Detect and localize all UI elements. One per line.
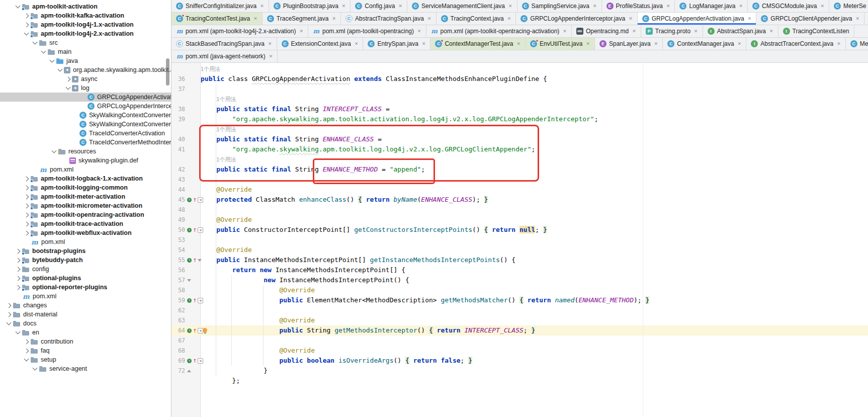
chevron-down-icon[interactable] [66, 85, 71, 90]
chevron-right-icon[interactable] [16, 258, 21, 263]
code-line[interactable]: 68 @Override [171, 346, 868, 356]
code-line[interactable]: 58 @Override [171, 285, 868, 295]
tab-close-icon[interactable]: ✕ [269, 54, 273, 59]
tree-item[interactable]: changes [0, 301, 171, 310]
chevron-right-icon[interactable] [24, 339, 29, 344]
editor-tab[interactable]: CCMSGCModule.java✕ [748, 0, 829, 12]
override-method-icon[interactable]: ↑ [187, 198, 192, 202]
editor-tab[interactable]: CGRPCLogClientAppender.java✕ [756, 13, 864, 25]
chevron-right-icon[interactable] [7, 303, 12, 308]
chevron-right-icon[interactable] [24, 194, 29, 199]
tab-close-icon[interactable]: ✕ [820, 4, 824, 9]
inlay-line[interactable]: 1个用法 [171, 64, 868, 74]
tab-close-icon[interactable]: ✕ [632, 29, 636, 34]
tab-close-icon[interactable]: ✕ [739, 4, 743, 9]
editor-tab[interactable]: CConfig.java✕ [351, 0, 407, 12]
tab-close-icon[interactable]: ✕ [748, 16, 752, 21]
editor-tab[interactable]: mpom.xml (apm-toolkit-opentracing)✕ [308, 25, 426, 37]
editor-tab[interactable]: CAbstractTracingSpan.java✕ [341, 13, 437, 25]
code-line[interactable]: 55↑↑ public InstanceMethodsInterceptPoin… [171, 255, 868, 265]
editor-tab[interactable]: mpom.xml (apm-toolkit-log4j-2.x-activati… [171, 25, 308, 37]
tab-close-icon[interactable]: ✕ [837, 41, 841, 46]
tab-close-icon[interactable]: ✕ [654, 41, 658, 46]
code-line[interactable]: 56 return new InstanceMethodsInterceptPo… [171, 265, 868, 275]
editor-tab[interactable]: MDOpentracing.md✕ [572, 25, 641, 37]
tree-item[interactable]: setup [0, 355, 171, 364]
code-line[interactable]: 39 "org.apache.skywalking.apm.toolkit.ac… [171, 114, 868, 124]
tree-item[interactable]: dist-material [0, 310, 171, 319]
chevron-right-icon[interactable] [16, 285, 21, 290]
override-method-icon[interactable]: ↑ [187, 258, 192, 263]
usage-count-inlay[interactable]: 1个用法 [216, 96, 236, 102]
tree-item[interactable]: CGRPCLogAppenderActivation [0, 93, 171, 102]
code-line[interactable]: 37 [171, 84, 868, 94]
tab-close-icon[interactable]: ✕ [427, 16, 431, 21]
tree-item[interactable]: bytebuddy-patch [0, 256, 171, 265]
editor-tab[interactable]: CEntrySpan.java✕ [363, 38, 430, 50]
tree-item[interactable]: en [0, 328, 171, 337]
code-line[interactable]: 54 @Override [171, 245, 868, 255]
tab-close-icon[interactable]: ✕ [563, 29, 567, 34]
chevron-right-icon[interactable] [24, 13, 29, 18]
tree-item[interactable]: CGRPCLogAppenderInterceptor [0, 102, 171, 111]
code-line[interactable]: 38 public static final String INTERCEPT_… [171, 104, 868, 114]
tree-item[interactable]: service-agent [0, 364, 171, 373]
tree-item[interactable]: apm-toolkit-logging-common [0, 183, 171, 192]
code-line[interactable]: 36public class GRPCLogAppenderActivation… [171, 74, 868, 84]
chevron-down-icon[interactable] [33, 40, 38, 45]
chevron-right-icon[interactable] [16, 276, 21, 281]
code-line[interactable]: 62 [171, 305, 868, 315]
tree-item[interactable]: apm-toolkit-activation [0, 2, 171, 11]
tree-item[interactable]: java [0, 56, 171, 65]
tab-close-icon[interactable]: ✕ [769, 29, 773, 34]
tree-item[interactable]: CTraceIdConverterMethodIntercep [0, 138, 171, 147]
code-line[interactable]: 50↑↑+ public ConstructorInterceptPoint[]… [171, 225, 868, 235]
tree-item[interactable]: apm-toolkit-webflux-activation [0, 228, 171, 237]
code-line[interactable]: 45↑↑+ protected ClassMatch enhanceClass(… [171, 195, 868, 205]
editor-tab[interactable]: ESpanLayer.java✕ [595, 38, 663, 50]
chevron-right-icon[interactable] [66, 76, 71, 81]
chevron-right-icon[interactable] [24, 348, 29, 353]
chevron-down-icon[interactable] [52, 148, 57, 153]
tree-item[interactable]: apm-toolkit-trace-activation [0, 219, 171, 228]
editor-tab[interactable]: PTracing.proto✕ [641, 25, 703, 37]
tab-close-icon[interactable]: ✕ [268, 41, 272, 46]
tab-close-icon[interactable]: ✕ [342, 4, 346, 9]
tab-close-icon[interactable]: ✕ [629, 16, 633, 21]
tab-close-icon[interactable]: ✕ [260, 4, 264, 9]
tab-close-icon[interactable]: ✕ [355, 41, 359, 46]
chevron-right-icon[interactable] [7, 312, 12, 317]
chevron-right-icon[interactable] [24, 185, 29, 190]
chevron-down-icon[interactable] [50, 58, 55, 63]
tab-close-icon[interactable]: ✕ [417, 29, 421, 34]
tree-item[interactable]: config [0, 265, 171, 274]
chevron-right-icon[interactable] [24, 203, 29, 208]
tree-item[interactable]: apm-toolkit-opentracing-activation [0, 210, 171, 219]
editor-tab[interactable]: CContextManagerTest.java✕ [430, 38, 526, 50]
fold-open-icon[interactable] [187, 279, 191, 282]
chevron-down-icon[interactable] [24, 357, 29, 362]
code-line[interactable]: 44 @Override [171, 185, 868, 195]
chevron-right-icon[interactable] [16, 267, 21, 272]
tree-item[interactable]: async [0, 74, 171, 84]
tab-close-icon[interactable]: ✕ [398, 4, 402, 9]
tab-close-icon[interactable]: ✕ [593, 4, 597, 9]
tab-close-icon[interactable]: ✕ [586, 41, 590, 46]
tree-item[interactable]: org.apache.skywalking.apm.toolkit.ac [0, 65, 171, 74]
code-line[interactable]: 53 [171, 235, 868, 245]
chevron-down-icon[interactable] [16, 329, 21, 335]
tab-close-icon[interactable]: ✕ [422, 41, 426, 46]
tree-item[interactable]: main [0, 47, 171, 56]
editor-tab[interactable]: CLogManager.java✕ [675, 0, 748, 12]
override-method-icon[interactable]: ↑ [187, 359, 192, 363]
code-editor[interactable]: 1个用法36public class GRPCLogAppenderActiva… [171, 63, 868, 417]
editor-tab[interactable]: EProfileStatus.java✕ [602, 0, 675, 12]
chevron-right-icon[interactable] [24, 22, 29, 27]
tab-close-icon[interactable]: ✕ [517, 41, 521, 46]
code-line[interactable]: 63 @Override [171, 315, 868, 325]
editor-tab[interactable]: CMe [846, 38, 868, 50]
code-line[interactable]: 49 @Override [171, 215, 868, 225]
editor-tab[interactable]: mpom.xml (java-agent-network)✕ [171, 50, 278, 62]
editor-tab[interactable]: CStackBasedTracingSpan.java✕ [171, 38, 277, 50]
tab-close-icon[interactable]: ✕ [332, 16, 336, 21]
